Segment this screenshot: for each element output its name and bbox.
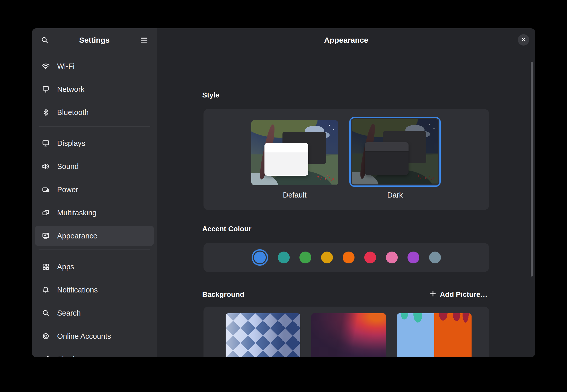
mock-window-front [264,143,308,176]
sidebar-divider [39,250,150,250]
sidebar-item-online-accounts[interactable]: Online Accounts [35,326,154,346]
sidebar-item-label: Multitasking [57,209,96,217]
sidebar-item-bluetooth[interactable]: Bluetooth [35,102,154,122]
mock-window-front [365,142,409,175]
vertical-scrollbar[interactable] [531,62,533,277]
accent-dot-yellow[interactable] [321,252,333,263]
accent-dot-purple[interactable] [407,252,419,263]
online-accounts-icon [41,332,50,341]
sidebar-item-label: Network [57,85,84,94]
sidebar: Settings Wi-Fi [32,28,157,357]
sound-icon [41,162,50,171]
sidebar-item-notifications[interactable]: Notifications [35,280,154,300]
sharing-icon [41,355,50,357]
sidebar-item-sharing[interactable]: Sharing [35,349,154,357]
accent-dot-red[interactable] [364,252,376,263]
style-option-default-label: Default [251,191,338,199]
sidebar-item-wifi[interactable]: Wi-Fi [35,56,154,76]
sidebar-item-label: Search [57,309,81,317]
sidebar-divider [39,126,150,127]
sidebar-item-label: Apps [57,263,74,271]
style-option-default[interactable] [251,120,338,185]
wallpaper-thumb-blue-geometric[interactable] [226,313,300,357]
wifi-icon [41,61,50,71]
close-icon [520,36,527,44]
sidebar-item-apps[interactable]: Apps [35,257,154,277]
sidebar-item-label: Notifications [57,286,98,294]
accent-dot-slate[interactable] [429,252,441,263]
add-picture-button[interactable]: Add Picture… [428,290,489,300]
background-header-row: Background Add Picture… [202,288,489,301]
wallpaper-thumb-red-purple-waves[interactable] [311,313,386,357]
multitasking-icon [41,208,50,217]
sidebar-item-search[interactable]: Search [35,303,154,323]
sidebar-item-multitasking[interactable]: Multitasking [35,203,154,223]
main-pane: Appearance Style [157,28,535,357]
style-card: Default Dark [203,109,489,210]
style-preview-dark [352,119,438,184]
style-option-dark-frame[interactable] [349,117,441,187]
sidebar-item-network[interactable]: Network [35,79,154,99]
sidebar-item-label: Wi-Fi [57,62,75,70]
sidebar-item-label: Bluetooth [57,108,89,117]
style-option-dark-label: Dark [352,191,438,199]
accent-colour-heading: Accent Colour [202,225,251,233]
sidebar-item-label: Online Accounts [57,332,111,341]
notifications-icon [41,285,50,295]
sidebar-item-label: Sharing [57,355,83,358]
bluetooth-icon [41,108,50,117]
accent-dot-green[interactable] [299,252,311,263]
sidebar-item-appearance[interactable]: Appearance [35,226,154,246]
sidebar-item-label: Sound [57,162,79,171]
sidebar-item-label: Power [57,185,78,194]
sidebar-item-displays[interactable]: Displays [35,133,154,153]
power-icon [41,185,50,194]
sidebar-nav: Wi-Fi Network Bluetooth [32,52,157,357]
sidebar-headerbar: Settings [32,28,157,52]
appearance-content: Style [157,52,535,357]
plus-icon [429,290,437,299]
main-headerbar: Appearance [157,28,535,52]
accent-dot-orange[interactable] [343,252,355,263]
close-window-button[interactable] [518,34,529,46]
accent-dot-blue[interactable] [254,252,266,263]
style-heading: Style [202,91,219,99]
sidebar-item-label: Displays [57,139,85,148]
accent-dot-pink[interactable] [386,252,398,263]
page-title: Appearance [157,28,535,52]
sidebar-item-label: Appearance [57,232,97,240]
displays-icon [41,139,50,148]
apps-icon [41,262,50,271]
style-preview-default [251,120,338,185]
background-heading: Background [202,290,244,299]
add-picture-label: Add Picture… [440,290,488,299]
hamburger-menu-icon [139,35,149,45]
accent-dot-teal[interactable] [278,252,290,263]
network-icon [41,85,50,94]
main-menu-button[interactable] [137,33,151,47]
wallpaper-thumb-blue-orange-drips[interactable] [397,313,472,357]
accent-blue-selected[interactable] [252,249,268,266]
appearance-icon [41,231,50,240]
background-card [203,307,489,357]
settings-window: Settings Wi-Fi [32,28,535,357]
sidebar-item-power[interactable]: Power [35,180,154,200]
sidebar-item-sound[interactable]: Sound [35,156,154,176]
accent-colour-card [203,243,489,272]
search-icon [41,308,50,318]
screen: Settings Wi-Fi [0,0,567,392]
